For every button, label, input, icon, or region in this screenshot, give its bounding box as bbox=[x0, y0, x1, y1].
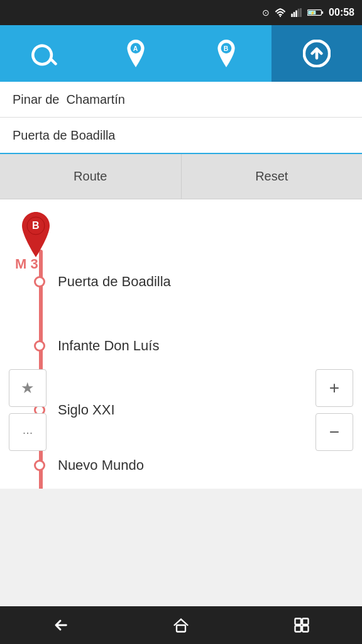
svg-rect-3 bbox=[295, 11, 297, 18]
bottom-home-button[interactable] bbox=[121, 606, 241, 644]
station-name-3: Siglo XXI bbox=[58, 402, 115, 418]
tab-search[interactable] bbox=[0, 25, 90, 82]
station-row-1: Puerta de Boadilla bbox=[34, 274, 171, 290]
tab-point-b[interactable]: B bbox=[181, 25, 272, 82]
nav-bar: A B bbox=[0, 25, 362, 82]
action-buttons: Route Reset bbox=[0, 154, 362, 199]
signal-icon bbox=[291, 8, 302, 17]
svg-rect-19 bbox=[302, 619, 308, 625]
station-name-1: Puerta de Boadilla bbox=[58, 274, 171, 290]
svg-rect-4 bbox=[298, 9, 300, 17]
bottom-back-button[interactable] bbox=[0, 606, 121, 644]
svg-rect-18 bbox=[295, 619, 301, 625]
reset-button[interactable]: Reset bbox=[182, 154, 363, 199]
origin-row bbox=[0, 82, 362, 118]
bottom-nav bbox=[0, 606, 362, 644]
svg-text:B: B bbox=[32, 220, 40, 231]
svg-rect-20 bbox=[295, 626, 301, 631]
station-row-2: Infante Don Luís bbox=[34, 338, 159, 354]
status-bar: ⊙ ⚡ 00:58 bbox=[0, 0, 362, 25]
line-label: M 3 bbox=[15, 256, 38, 272]
bottom-recent-button[interactable] bbox=[241, 606, 362, 644]
destination-row bbox=[0, 118, 362, 154]
wifi-icon bbox=[275, 8, 286, 17]
svg-rect-5 bbox=[300, 8, 302, 17]
favorite-button[interactable]: ★ bbox=[9, 369, 47, 407]
search-area bbox=[0, 82, 362, 154]
route-button[interactable]: Route bbox=[0, 154, 182, 199]
svg-text:B: B bbox=[224, 45, 229, 52]
more-button[interactable]: ··· bbox=[9, 413, 47, 451]
station-dot-1 bbox=[34, 276, 45, 287]
svg-text:⚡: ⚡ bbox=[310, 10, 315, 16]
svg-rect-17 bbox=[177, 625, 185, 632]
station-name-4: Nuevo Mundo bbox=[58, 457, 144, 474]
battery-icon: ⚡ bbox=[307, 8, 324, 17]
svg-rect-21 bbox=[302, 626, 308, 631]
station-name-2: Infante Don Luís bbox=[58, 338, 159, 354]
map-area: B M 3 Puerta de Boadilla Infante Don Luí… bbox=[0, 199, 362, 489]
station-dot-4 bbox=[34, 460, 45, 471]
origin-input[interactable] bbox=[13, 82, 349, 117]
svg-rect-2 bbox=[293, 12, 295, 17]
svg-rect-7 bbox=[322, 11, 324, 13]
pin-b-marker: B bbox=[18, 212, 54, 260]
zoom-in-button[interactable]: + bbox=[315, 369, 353, 407]
station-dot-2 bbox=[34, 340, 45, 352]
svg-point-0 bbox=[280, 16, 281, 17]
station-row-4: Nuevo Mundo bbox=[34, 457, 144, 474]
destination-input[interactable] bbox=[13, 118, 349, 153]
location-icon: ⊙ bbox=[262, 8, 270, 18]
tab-point-a[interactable]: A bbox=[90, 25, 181, 82]
svg-text:A: A bbox=[133, 45, 138, 52]
status-time: 00:58 bbox=[329, 7, 354, 18]
svg-rect-1 bbox=[291, 14, 293, 17]
tab-route[interactable] bbox=[272, 25, 362, 82]
zoom-out-button[interactable]: − bbox=[315, 413, 353, 451]
